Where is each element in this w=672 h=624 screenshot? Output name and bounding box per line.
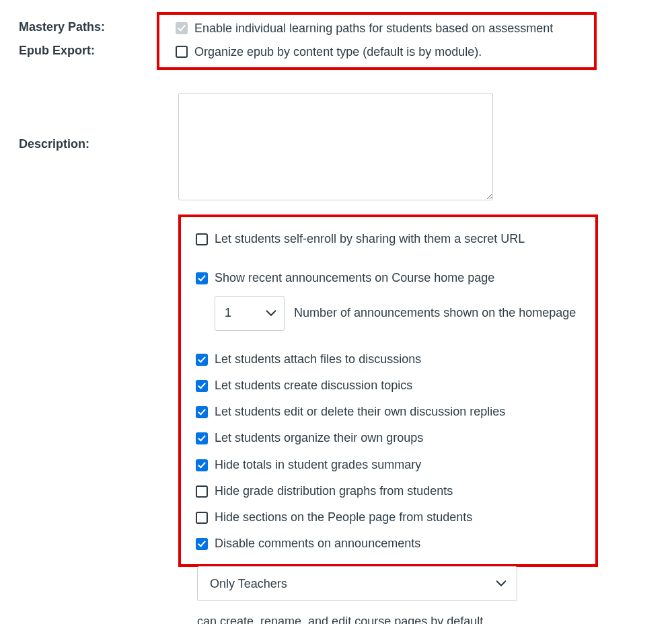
- announcements-count-label: Number of announcements shown on the hom…: [294, 306, 576, 320]
- self-enroll-checkbox[interactable]: [196, 233, 208, 245]
- edit-replies-checkbox[interactable]: [196, 406, 208, 418]
- organize-groups-label: Let students organize their own groups: [215, 428, 423, 446]
- show-announcements-label: Show recent announcements on Course home…: [215, 268, 494, 286]
- announcements-count-select[interactable]: 1: [215, 296, 285, 331]
- hide-totals-label: Hide totals in student grades summary: [215, 455, 421, 473]
- mastery-paths-desc: Enable individual learning paths for stu…: [194, 19, 553, 37]
- hide-sections-checkbox[interactable]: [196, 512, 208, 524]
- disable-comments-label: Disable comments on announcements: [215, 534, 420, 552]
- description-textarea[interactable]: [178, 93, 493, 200]
- create-topics-label: Let students create discussion topics: [215, 376, 412, 394]
- epub-organize-desc: Organize epub by content type (default i…: [194, 42, 482, 61]
- highlight-box-options: Let students self-enroll by sharing with…: [178, 214, 598, 567]
- page-editors-select[interactable]: Only Teachers: [197, 566, 517, 601]
- page-editors-helper: can create, rename, and edit course page…: [197, 601, 517, 624]
- highlight-box-top: Mastery Paths: Enable individual learnin…: [157, 12, 597, 70]
- announcements-count-value: 1: [225, 306, 231, 320]
- disable-comments-checkbox[interactable]: [196, 538, 208, 550]
- epub-organize-checkbox[interactable]: [176, 46, 188, 58]
- epub-export-label: Epub Export:: [19, 44, 95, 58]
- create-topics-checkbox[interactable]: [196, 380, 208, 392]
- attach-files-label: Let students attach files to discussions: [215, 350, 421, 368]
- hide-distribution-label: Hide grade distribution graphs from stud…: [215, 481, 453, 500]
- chevron-down-icon: [496, 579, 506, 588]
- attach-files-checkbox[interactable]: [196, 354, 208, 366]
- mastery-paths-checkbox[interactable]: [176, 22, 188, 34]
- self-enroll-label: Let students self-enroll by sharing with…: [215, 229, 525, 247]
- hide-distribution-checkbox[interactable]: [196, 485, 208, 498]
- show-announcements-checkbox[interactable]: [196, 272, 208, 284]
- chevron-down-icon: [266, 309, 276, 318]
- edit-replies-label: Let students edit or delete their own di…: [215, 402, 505, 420]
- page-editors-value: Only Teachers: [210, 577, 287, 591]
- mastery-paths-label: Mastery Paths:: [19, 20, 105, 34]
- description-label: Description:: [0, 90, 178, 157]
- organize-groups-checkbox[interactable]: [196, 432, 208, 444]
- hide-sections-label: Hide sections on the People page from st…: [215, 508, 472, 526]
- hide-totals-checkbox[interactable]: [196, 459, 208, 471]
